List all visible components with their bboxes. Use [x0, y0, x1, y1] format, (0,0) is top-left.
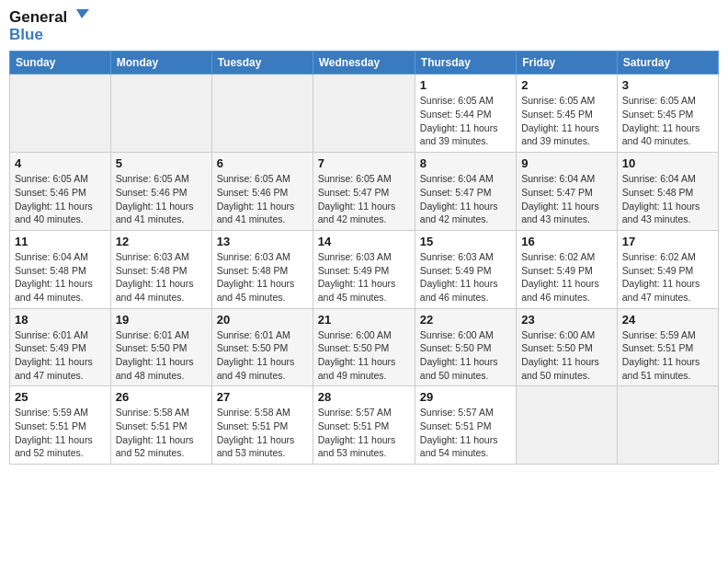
calendar-cell: 12Sunrise: 6:03 AM Sunset: 5:48 PM Dayli… — [110, 230, 211, 308]
calendar-cell — [211, 75, 313, 153]
calendar-row-5: 25Sunrise: 5:59 AM Sunset: 5:51 PM Dayli… — [10, 386, 719, 465]
calendar-cell: 20Sunrise: 6:01 AM Sunset: 5:50 PM Dayli… — [211, 308, 313, 386]
day-number: 13 — [217, 235, 308, 248]
weekday-header-monday: Monday — [110, 52, 211, 75]
logo-general: General — [9, 9, 67, 27]
calendar-cell: 5Sunrise: 6:05 AM Sunset: 5:46 PM Daylig… — [110, 153, 211, 231]
day-info: Sunrise: 6:00 AM Sunset: 5:50 PM Dayligh… — [521, 328, 612, 383]
day-info: Sunrise: 5:59 AM Sunset: 5:51 PM Dayligh… — [622, 328, 713, 383]
calendar-cell: 29Sunrise: 5:57 AM Sunset: 5:51 PM Dayli… — [415, 386, 516, 465]
day-number: 10 — [622, 156, 713, 170]
calendar-cell: 19Sunrise: 6:01 AM Sunset: 5:50 PM Dayli… — [110, 308, 211, 386]
weekday-header-sunday: Sunday — [10, 52, 111, 75]
day-info: Sunrise: 5:57 AM Sunset: 5:51 PM Dayligh… — [420, 406, 511, 460]
day-number: 15 — [420, 235, 511, 248]
day-number: 1 — [420, 78, 511, 92]
calendar-cell: 8Sunrise: 6:04 AM Sunset: 5:47 PM Daylig… — [415, 153, 516, 231]
calendar-cell — [517, 386, 618, 465]
day-number: 21 — [318, 313, 410, 327]
calendar-cell: 15Sunrise: 6:03 AM Sunset: 5:49 PM Dayli… — [415, 230, 516, 308]
calendar-table: SundayMondayTuesdayWednesdayThursdayFrid… — [9, 51, 719, 465]
day-number: 18 — [15, 313, 106, 327]
calendar-cell — [110, 75, 211, 153]
day-info: Sunrise: 6:01 AM Sunset: 5:50 PM Dayligh… — [217, 328, 308, 383]
day-number: 6 — [217, 156, 308, 170]
day-number: 19 — [116, 313, 207, 327]
calendar-cell: 9Sunrise: 6:04 AM Sunset: 5:47 PM Daylig… — [517, 153, 618, 231]
calendar-cell: 17Sunrise: 6:02 AM Sunset: 5:49 PM Dayli… — [617, 230, 718, 308]
weekday-header-thursday: Thursday — [415, 52, 516, 75]
calendar-row-3: 11Sunrise: 6:04 AM Sunset: 5:48 PM Dayli… — [10, 230, 719, 308]
calendar-cell: 16Sunrise: 6:02 AM Sunset: 5:49 PM Dayli… — [517, 230, 618, 308]
calendar-cell — [313, 75, 415, 153]
day-info: Sunrise: 5:59 AM Sunset: 5:51 PM Dayligh… — [15, 406, 106, 460]
weekday-header-saturday: Saturday — [617, 52, 718, 75]
calendar-cell — [617, 386, 718, 465]
day-info: Sunrise: 6:01 AM Sunset: 5:50 PM Dayligh… — [116, 328, 207, 383]
day-number: 22 — [420, 313, 511, 327]
calendar-cell: 21Sunrise: 6:00 AM Sunset: 5:50 PM Dayli… — [313, 308, 415, 386]
calendar-cell: 14Sunrise: 6:03 AM Sunset: 5:49 PM Dayli… — [313, 230, 415, 308]
day-info: Sunrise: 6:05 AM Sunset: 5:45 PM Dayligh… — [622, 94, 713, 148]
calendar-cell: 10Sunrise: 6:04 AM Sunset: 5:48 PM Dayli… — [617, 153, 718, 231]
day-number: 25 — [15, 390, 106, 404]
day-number: 7 — [318, 156, 410, 170]
weekday-header-friday: Friday — [517, 52, 618, 75]
day-info: Sunrise: 6:05 AM Sunset: 5:44 PM Dayligh… — [420, 94, 511, 148]
calendar-cell: 11Sunrise: 6:04 AM Sunset: 5:48 PM Dayli… — [10, 230, 111, 308]
day-number: 29 — [420, 390, 511, 404]
day-number: 26 — [116, 390, 207, 404]
calendar-cell: 23Sunrise: 6:00 AM Sunset: 5:50 PM Dayli… — [517, 308, 618, 386]
calendar-cell: 3Sunrise: 6:05 AM Sunset: 5:45 PM Daylig… — [617, 75, 718, 153]
day-info: Sunrise: 6:05 AM Sunset: 5:46 PM Dayligh… — [116, 172, 207, 226]
day-number: 4 — [15, 156, 106, 170]
day-info: Sunrise: 6:00 AM Sunset: 5:50 PM Dayligh… — [318, 328, 410, 383]
day-number: 14 — [318, 235, 410, 248]
calendar-cell: 26Sunrise: 5:58 AM Sunset: 5:51 PM Dayli… — [110, 386, 211, 465]
day-number: 5 — [116, 156, 207, 170]
day-number: 2 — [521, 78, 612, 92]
header: General Blue — [9, 9, 719, 43]
day-info: Sunrise: 6:04 AM Sunset: 5:48 PM Dayligh… — [15, 250, 106, 304]
weekday-header-row: SundayMondayTuesdayWednesdayThursdayFrid… — [10, 52, 719, 75]
day-info: Sunrise: 6:03 AM Sunset: 5:48 PM Dayligh… — [217, 250, 308, 304]
day-info: Sunrise: 6:03 AM Sunset: 5:48 PM Dayligh… — [116, 250, 207, 304]
day-number: 16 — [521, 235, 612, 248]
day-number: 9 — [521, 156, 612, 170]
calendar-row-2: 4Sunrise: 6:05 AM Sunset: 5:46 PM Daylig… — [10, 153, 719, 231]
day-info: Sunrise: 5:58 AM Sunset: 5:51 PM Dayligh… — [116, 406, 207, 460]
day-info: Sunrise: 6:05 AM Sunset: 5:47 PM Dayligh… — [318, 172, 410, 226]
day-number: 3 — [622, 78, 713, 92]
day-number: 24 — [622, 313, 713, 327]
calendar-cell: 4Sunrise: 6:05 AM Sunset: 5:46 PM Daylig… — [10, 153, 111, 231]
calendar-cell: 1Sunrise: 6:05 AM Sunset: 5:44 PM Daylig… — [415, 75, 516, 153]
day-info: Sunrise: 6:03 AM Sunset: 5:49 PM Dayligh… — [318, 250, 410, 304]
day-info: Sunrise: 5:58 AM Sunset: 5:51 PM Dayligh… — [217, 406, 308, 460]
logo-bird-icon — [69, 6, 89, 26]
weekday-header-wednesday: Wednesday — [313, 52, 415, 75]
day-info: Sunrise: 6:04 AM Sunset: 5:47 PM Dayligh… — [521, 172, 612, 226]
day-number: 17 — [622, 235, 713, 248]
calendar-cell: 6Sunrise: 6:05 AM Sunset: 5:46 PM Daylig… — [211, 153, 313, 231]
day-info: Sunrise: 6:05 AM Sunset: 5:46 PM Dayligh… — [15, 172, 106, 226]
day-info: Sunrise: 5:57 AM Sunset: 5:51 PM Dayligh… — [318, 406, 410, 460]
day-info: Sunrise: 6:02 AM Sunset: 5:49 PM Dayligh… — [521, 250, 612, 304]
day-number: 27 — [217, 390, 308, 404]
calendar-cell: 18Sunrise: 6:01 AM Sunset: 5:49 PM Dayli… — [10, 308, 111, 386]
calendar-cell: 2Sunrise: 6:05 AM Sunset: 5:45 PM Daylig… — [517, 75, 618, 153]
day-info: Sunrise: 6:03 AM Sunset: 5:49 PM Dayligh… — [420, 250, 511, 304]
logo-blue: Blue — [9, 27, 89, 44]
svg-marker-0 — [76, 9, 89, 18]
day-number: 8 — [420, 156, 511, 170]
day-number: 11 — [15, 235, 106, 248]
day-number: 12 — [116, 235, 207, 248]
logo: General Blue — [9, 9, 89, 43]
day-info: Sunrise: 6:01 AM Sunset: 5:49 PM Dayligh… — [15, 328, 106, 383]
day-number: 23 — [521, 313, 612, 327]
day-info: Sunrise: 6:04 AM Sunset: 5:47 PM Dayligh… — [420, 172, 511, 226]
calendar-cell — [10, 75, 111, 153]
weekday-header-tuesday: Tuesday — [211, 52, 313, 75]
day-number: 20 — [217, 313, 308, 327]
calendar-cell: 13Sunrise: 6:03 AM Sunset: 5:48 PM Dayli… — [211, 230, 313, 308]
calendar-row-4: 18Sunrise: 6:01 AM Sunset: 5:49 PM Dayli… — [10, 308, 719, 386]
